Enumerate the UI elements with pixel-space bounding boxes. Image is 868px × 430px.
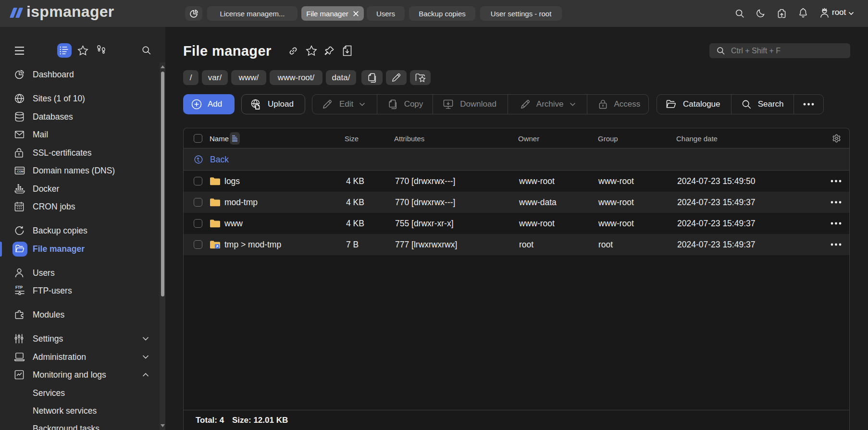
svg-text:.COM: .COM (16, 170, 24, 173)
svg-text:FTP: FTP (15, 285, 23, 290)
